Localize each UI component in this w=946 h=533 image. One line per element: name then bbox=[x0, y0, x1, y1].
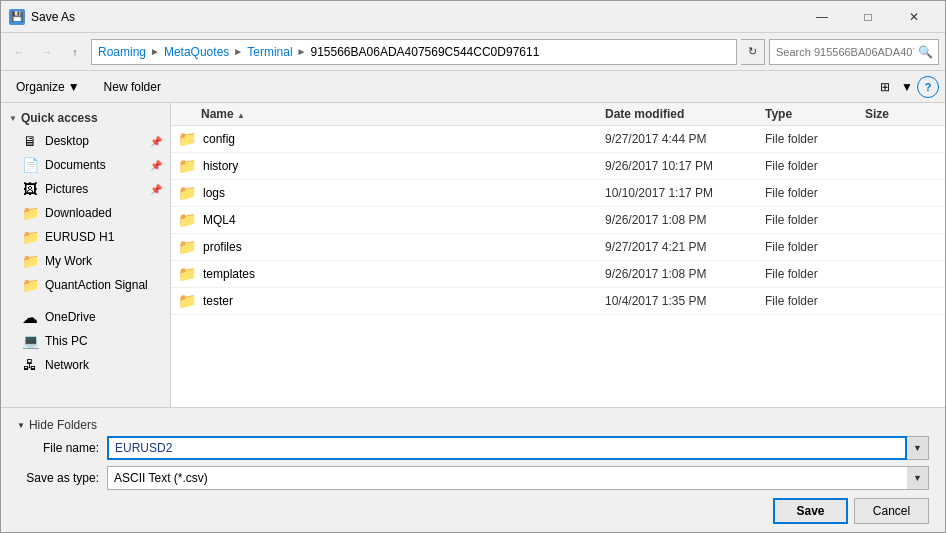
file-date: 9/27/2017 4:44 PM bbox=[605, 132, 765, 146]
pin-icon-pictures: 📌 bbox=[150, 184, 162, 195]
file-date: 9/26/2017 1:08 PM bbox=[605, 213, 765, 227]
sidebar-item-thispc[interactable]: 💻 This PC bbox=[1, 329, 170, 353]
desktop-icon: 🖥 bbox=[21, 132, 39, 150]
pin-icon-documents: 📌 bbox=[150, 160, 162, 171]
table-row[interactable]: 📁 MQL4 9/26/2017 1:08 PM File folder bbox=[171, 207, 945, 234]
file-date: 10/4/2017 1:35 PM bbox=[605, 294, 765, 308]
sidebar-label-pictures: Pictures bbox=[45, 182, 88, 196]
sidebar-item-onedrive[interactable]: ☁ OneDrive bbox=[1, 305, 170, 329]
col-header-type[interactable]: Type bbox=[765, 107, 865, 121]
help-button[interactable]: ? bbox=[917, 76, 939, 98]
file-type: File folder bbox=[765, 294, 865, 308]
hide-folders-label: Hide Folders bbox=[29, 418, 97, 432]
content-area: Name ▲ Date modified Type Size 📁 config … bbox=[171, 103, 945, 407]
table-row[interactable]: 📁 tester 10/4/2017 1:35 PM File folder bbox=[171, 288, 945, 315]
file-name: config bbox=[203, 132, 605, 146]
sidebar-item-eurusd[interactable]: 📁 EURUSD H1 bbox=[1, 225, 170, 249]
file-name: history bbox=[203, 159, 605, 173]
file-date: 9/26/2017 10:17 PM bbox=[605, 159, 765, 173]
crumb-metaquotes[interactable]: MetaQuotes bbox=[164, 45, 229, 59]
eurusd-folder-icon: 📁 bbox=[21, 228, 39, 246]
folder-icon: 📁 bbox=[177, 291, 197, 311]
sidebar-label-mywork: My Work bbox=[45, 254, 92, 268]
cancel-button[interactable]: Cancel bbox=[854, 498, 929, 524]
sidebar-item-downloaded[interactable]: 📁 Downloaded bbox=[1, 201, 170, 225]
view-dropdown-icon: ▼ bbox=[901, 80, 913, 94]
file-name: tester bbox=[203, 294, 605, 308]
file-date: 9/26/2017 1:08 PM bbox=[605, 267, 765, 281]
sidebar-item-documents[interactable]: 📄 Documents 📌 bbox=[1, 153, 170, 177]
col-header-size[interactable]: Size bbox=[865, 107, 945, 121]
breadcrumb: Roaming ► MetaQuotes ► Terminal ► 915566… bbox=[98, 45, 539, 59]
file-name: logs bbox=[203, 186, 605, 200]
file-name: MQL4 bbox=[203, 213, 605, 227]
search-box[interactable]: 🔍 bbox=[769, 39, 939, 65]
file-date: 9/27/2017 4:21 PM bbox=[605, 240, 765, 254]
window-title: Save As bbox=[31, 10, 799, 24]
title-bar-buttons: — □ ✕ bbox=[799, 1, 937, 33]
sidebar-item-quantaction[interactable]: 📁 QuantAction Signal bbox=[1, 273, 170, 297]
save-button[interactable]: Save bbox=[773, 498, 848, 524]
filename-dropdown-icon: ▼ bbox=[907, 436, 929, 460]
sidebar-label-desktop: Desktop bbox=[45, 134, 89, 148]
folder-icon: 📁 bbox=[177, 210, 197, 230]
quick-access-chevron: ▼ bbox=[9, 114, 17, 123]
window-icon: 💾 bbox=[9, 9, 25, 25]
documents-icon: 📄 bbox=[21, 156, 39, 174]
thispc-icon: 💻 bbox=[21, 332, 39, 350]
file-type: File folder bbox=[765, 132, 865, 146]
new-folder-button[interactable]: New folder bbox=[95, 75, 170, 99]
maximize-button[interactable]: □ bbox=[845, 1, 891, 33]
filename-label: File name: bbox=[17, 441, 107, 455]
bottom-section: ▼ Hide Folders File name: ▼ Save as type… bbox=[1, 407, 945, 532]
table-row[interactable]: 📁 profiles 9/27/2017 4:21 PM File folder bbox=[171, 234, 945, 261]
forward-button[interactable]: → bbox=[35, 40, 59, 64]
crumb-roaming[interactable]: Roaming bbox=[98, 45, 146, 59]
toolbar-right: ⊞ ▼ ? bbox=[873, 75, 939, 99]
back-button[interactable]: ← bbox=[7, 40, 31, 64]
sidebar-item-mywork[interactable]: 📁 My Work bbox=[1, 249, 170, 273]
crumb-terminal[interactable]: Terminal bbox=[247, 45, 292, 59]
table-row[interactable]: 📁 logs 10/10/2017 1:17 PM File folder bbox=[171, 180, 945, 207]
up-button[interactable]: ↑ bbox=[63, 40, 87, 64]
file-date: 10/10/2017 1:17 PM bbox=[605, 186, 765, 200]
col-header-date[interactable]: Date modified bbox=[605, 107, 765, 121]
table-row[interactable]: 📁 config 9/27/2017 4:44 PM File folder bbox=[171, 126, 945, 153]
sidebar-label-quantaction: QuantAction Signal bbox=[45, 278, 148, 292]
minimize-button[interactable]: — bbox=[799, 1, 845, 33]
sidebar-item-desktop[interactable]: 🖥 Desktop 📌 bbox=[1, 129, 170, 153]
filename-input[interactable] bbox=[107, 436, 907, 460]
folder-icon: 📁 bbox=[177, 183, 197, 203]
quick-access-section[interactable]: ▼ Quick access bbox=[1, 107, 170, 129]
refresh-button[interactable]: ↻ bbox=[741, 39, 765, 65]
file-type: File folder bbox=[765, 159, 865, 173]
crumb-guid: 915566BA06ADA407569C544CC0D97611 bbox=[310, 45, 539, 59]
savetype-select[interactable]: ASCII Text (*.csv) bbox=[107, 466, 929, 490]
onedrive-icon: ☁ bbox=[21, 308, 39, 326]
table-row[interactable]: 📁 history 9/26/2017 10:17 PM File folder bbox=[171, 153, 945, 180]
table-row[interactable]: 📁 templates 9/26/2017 1:08 PM File folde… bbox=[171, 261, 945, 288]
address-box[interactable]: Roaming ► MetaQuotes ► Terminal ► 915566… bbox=[91, 39, 737, 65]
sidebar-label-thispc: This PC bbox=[45, 334, 88, 348]
sidebar-item-pictures[interactable]: 🖼 Pictures 📌 bbox=[1, 177, 170, 201]
mywork-folder-icon: 📁 bbox=[21, 252, 39, 270]
col-header-name[interactable]: Name ▲ bbox=[171, 107, 605, 121]
view-button[interactable]: ⊞ bbox=[873, 75, 897, 99]
hide-folders-chevron-icon: ▼ bbox=[17, 421, 25, 430]
save-as-dialog: 💾 Save As — □ ✕ ← → ↑ Roaming ► MetaQuot… bbox=[0, 0, 946, 533]
title-bar: 💾 Save As — □ ✕ bbox=[1, 1, 945, 33]
savetype-label: Save as type: bbox=[17, 471, 107, 485]
sidebar-item-network[interactable]: 🖧 Network bbox=[1, 353, 170, 377]
organize-button[interactable]: Organize ▼ bbox=[7, 75, 89, 99]
sidebar-label-onedrive: OneDrive bbox=[45, 310, 96, 324]
file-type: File folder bbox=[765, 267, 865, 281]
sidebar-label-downloaded: Downloaded bbox=[45, 206, 112, 220]
file-name: profiles bbox=[203, 240, 605, 254]
sort-icon: ▲ bbox=[237, 111, 245, 120]
close-button[interactable]: ✕ bbox=[891, 1, 937, 33]
hide-folders-row[interactable]: ▼ Hide Folders bbox=[17, 416, 929, 436]
file-type: File folder bbox=[765, 213, 865, 227]
toolbar-row: Organize ▼ New folder ⊞ ▼ ? bbox=[1, 71, 945, 103]
search-input[interactable] bbox=[776, 46, 914, 58]
folder-icon: 📁 bbox=[177, 156, 197, 176]
